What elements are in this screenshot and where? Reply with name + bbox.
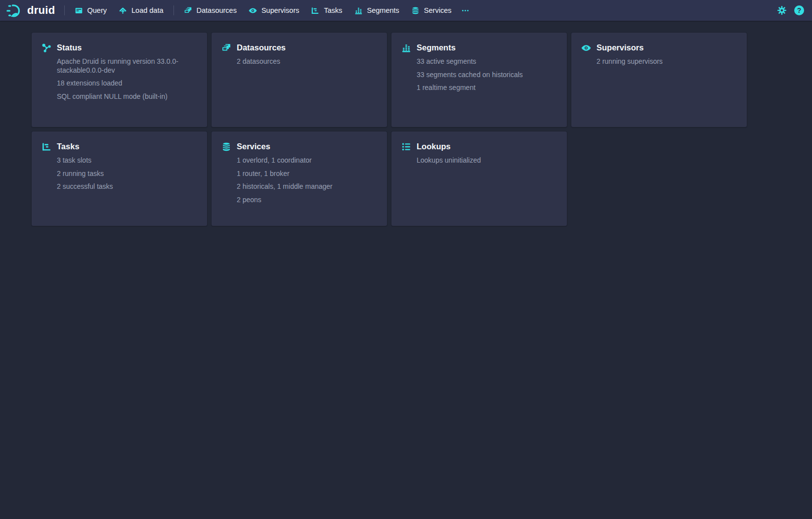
card-line: 3 task slots — [57, 156, 197, 165]
lookups-card[interactable]: Lookups Lookups uninitialized — [391, 131, 567, 226]
gear-icon[interactable] — [777, 5, 787, 15]
application-icon — [75, 6, 83, 15]
upload-arrow-icon — [119, 6, 127, 15]
nav-item-segments[interactable]: Segments — [348, 4, 405, 17]
navbar-right: ? — [777, 5, 806, 15]
graph-icon — [42, 43, 51, 105]
card-title: Supervisors — [597, 43, 737, 52]
card-title: Tasks — [57, 141, 197, 151]
card-line: 33 segments cached on historicals — [417, 71, 557, 80]
services-card[interactable]: Services 1 overlord, 1 coordinator 1 rou… — [212, 131, 387, 226]
card-line: 2 datasources — [237, 57, 377, 66]
navbar-divider — [173, 5, 174, 15]
tasks-card[interactable]: Tasks 3 task slots 2 running tasks 2 suc… — [32, 131, 207, 226]
card-title: Datasources — [237, 43, 377, 52]
home-view: Status Apache Druid is running version 3… — [32, 33, 812, 226]
nav-label: Services — [424, 6, 452, 14]
nav-label: Datasources — [197, 6, 237, 14]
bar-chart-icon — [401, 43, 411, 97]
nav-label: Tasks — [324, 6, 342, 14]
card-line: Lookups uninitialized — [417, 156, 557, 165]
eye-icon — [581, 43, 591, 71]
nav-item-query[interactable]: Query — [69, 4, 113, 17]
help-icon[interactable]: ? — [794, 5, 804, 15]
nav-label: Supervisors — [261, 6, 299, 14]
nav-label: Load data — [131, 6, 164, 14]
card-content: Datasources 2 datasources — [237, 43, 377, 71]
card-title: Status — [57, 43, 197, 52]
database-icon — [411, 6, 420, 15]
druid-swirl-icon — [6, 1, 24, 20]
nav-item-services[interactable]: Services — [405, 4, 458, 17]
brand-home-link[interactable]: druid — [6, 0, 55, 21]
nav-more-button[interactable] — [457, 4, 473, 17]
card-content: Lookups Lookups uninitialized — [417, 141, 557, 170]
gantt-chart-icon — [42, 142, 51, 196]
list-icon — [401, 142, 411, 170]
nav-label: Segments — [367, 6, 399, 14]
stacked-panels-icon — [184, 6, 192, 15]
card-line: 33 active segments — [417, 57, 557, 66]
nav-group-workbench: Query Load data — [69, 4, 170, 17]
stacked-panels-icon — [221, 43, 231, 71]
segments-card[interactable]: Segments 33 active segments 33 segments … — [391, 33, 567, 127]
card-content: Tasks 3 task slots 2 running tasks 2 suc… — [57, 141, 197, 196]
datasources-card[interactable]: Datasources 2 datasources — [212, 33, 387, 127]
card-line: 1 router, 1 broker — [237, 170, 377, 178]
nav-item-load-data[interactable]: Load data — [113, 4, 170, 17]
nav-item-datasources[interactable]: Datasources — [178, 4, 243, 17]
card-line: 2 successful tasks — [57, 182, 197, 191]
nav-group-views: Datasources Supervisors Tasks Segments S… — [178, 4, 474, 17]
card-content: Status Apache Druid is running version 3… — [57, 43, 197, 105]
bar-chart-icon — [354, 6, 363, 15]
card-content: Supervisors 2 running supervisors — [597, 43, 737, 71]
nav-item-tasks[interactable]: Tasks — [305, 4, 348, 17]
database-icon — [221, 142, 231, 209]
card-line: SQL compliant NULL mode (built-in) — [57, 92, 197, 101]
gantt-chart-icon — [311, 6, 319, 15]
card-content: Segments 33 active segments 33 segments … — [417, 43, 557, 97]
card-line: 1 realtime segment — [417, 84, 557, 92]
card-line: 2 peons — [237, 196, 377, 205]
supervisors-card[interactable]: Supervisors 2 running supervisors — [571, 33, 747, 127]
more-icon — [461, 6, 470, 15]
card-line: 1 overlord, 1 coordinator — [237, 156, 377, 165]
brand-name: druid — [27, 0, 55, 21]
card-line: 18 extensions loaded — [57, 79, 197, 88]
card-title: Services — [237, 141, 377, 151]
nav-label: Query — [87, 6, 107, 14]
navbar: druid Query Load data Datasources — [0, 0, 812, 21]
nav-item-supervisors[interactable]: Supervisors — [243, 4, 305, 17]
card-line: 2 running supervisors — [597, 57, 737, 66]
navbar-divider — [64, 5, 65, 15]
card-title: Segments — [417, 43, 557, 52]
card-line: 2 historicals, 1 middle manager — [237, 182, 377, 191]
eye-icon — [249, 6, 257, 15]
status-card[interactable]: Status Apache Druid is running version 3… — [32, 33, 207, 127]
card-line: 2 running tasks — [57, 170, 197, 178]
card-content: Services 1 overlord, 1 coordinator 1 rou… — [237, 141, 377, 209]
card-title: Lookups — [417, 141, 557, 151]
card-line: Apache Druid is running version 33.0.0-s… — [57, 57, 197, 75]
